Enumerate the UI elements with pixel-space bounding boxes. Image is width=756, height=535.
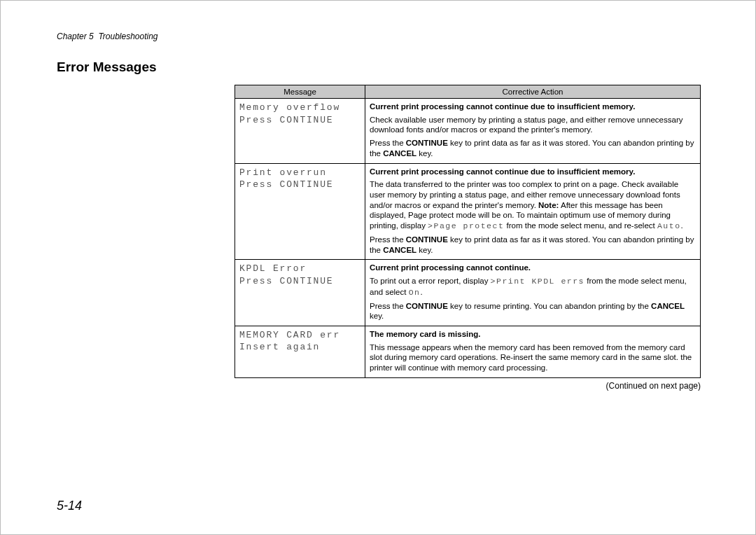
page-title: Error Messages	[57, 60, 699, 75]
key-name: CONTINUE	[406, 235, 448, 244]
action-paragraph: Press the CONTINUE key to print data as …	[370, 138, 696, 158]
col-action: Corrective Action	[365, 85, 701, 99]
lcd-message-line: Memory overflow	[239, 102, 360, 114]
action-paragraph: Press the CONTINUE key to print data as …	[370, 235, 696, 255]
message-cell: Memory overflow Press CONTINUE	[235, 99, 365, 164]
lcd-message-line: Press CONTINUE	[239, 114, 360, 127]
lcd-message-line: KPDL Error	[239, 263, 360, 275]
action-summary: Current print processing cannot continue…	[370, 167, 696, 177]
lcd-message-line: MEMORY CARD err	[239, 329, 360, 342]
key-name: CONTINUE	[406, 139, 448, 147]
col-message: Message	[235, 85, 365, 99]
document-page: Chapter 5 Troubleshooting Error Messages…	[0, 0, 756, 535]
table-row: Memory overflow Press CONTINUE Current p…	[235, 99, 701, 164]
lcd-inline: On	[409, 288, 421, 297]
page-number: 5-14	[57, 499, 82, 513]
table-row: MEMORY CARD err Insert again The memory …	[235, 326, 701, 377]
lcd-inline: >Page protect	[428, 221, 504, 230]
action-cell: Current print processing cannot continue…	[365, 163, 701, 260]
message-cell: KPDL Error Press CONTINUE	[235, 260, 365, 326]
lcd-message-line: Print overrun	[239, 167, 360, 179]
error-table-wrap: Message Corrective Action Memory overflo…	[234, 85, 701, 391]
action-cell: Current print processing cannot continue…	[365, 99, 701, 164]
action-cell: Current print processing cannot continue…	[365, 260, 701, 326]
lcd-message-line: Press CONTINUE	[239, 179, 360, 191]
table-row: KPDL Error Press CONTINUE Current print …	[235, 260, 701, 326]
table-header-row: Message Corrective Action	[235, 85, 701, 99]
chapter-label: Chapter 5	[57, 32, 94, 41]
action-paragraph: The data transferred to the printer was …	[370, 179, 696, 232]
lcd-message-line: Insert again	[239, 341, 360, 354]
action-paragraph: To print out a error report, display >Pr…	[370, 276, 696, 298]
key-name: CANCEL	[651, 302, 685, 310]
lcd-inline: Auto	[657, 221, 681, 230]
action-cell: The memory card is missing. This message…	[365, 326, 701, 377]
key-name: CANCEL	[383, 246, 416, 254]
error-messages-table: Message Corrective Action Memory overflo…	[234, 85, 701, 378]
message-cell: MEMORY CARD err Insert again	[235, 326, 365, 377]
action-summary: Current print processing cannot continue…	[370, 263, 696, 273]
running-header: Chapter 5 Troubleshooting	[57, 32, 699, 41]
lcd-message-line: Press CONTINUE	[239, 275, 360, 288]
key-name: CONTINUE	[406, 302, 448, 310]
message-cell: Print overrun Press CONTINUE	[235, 163, 365, 260]
key-name: CANCEL	[383, 149, 416, 158]
note-label: Note:	[538, 201, 559, 209]
action-summary: The memory card is missing.	[370, 329, 696, 340]
table-row: Print overrun Press CONTINUE Current pri…	[235, 163, 701, 260]
action-paragraph: This message appears when the memory car…	[370, 342, 696, 373]
action-paragraph: Press the CONTINUE key to resume printin…	[370, 301, 696, 321]
action-summary: Current print processing cannot continue…	[370, 102, 696, 112]
action-paragraph: Check available user memory by printing …	[370, 115, 696, 135]
lcd-inline: >Print KPDL errs	[491, 277, 584, 286]
continued-label: (Continued on next page)	[234, 381, 701, 391]
section-label: Troubleshooting	[98, 32, 158, 41]
